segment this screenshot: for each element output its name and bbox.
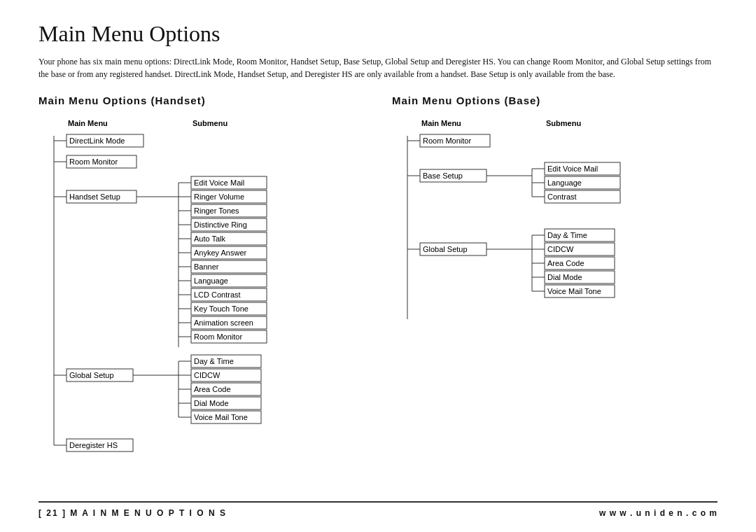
svg-text:Base Setup: Base Setup bbox=[423, 172, 463, 180]
svg-text:Handset Setup: Handset Setup bbox=[69, 192, 120, 201]
svg-text:Contrast: Contrast bbox=[547, 192, 577, 201]
svg-text:Banner: Banner bbox=[194, 262, 219, 271]
svg-text:Voice Mail Tone: Voice Mail Tone bbox=[547, 287, 601, 295]
svg-text:Key Touch Tone: Key Touch Tone bbox=[194, 304, 248, 313]
svg-text:Animation screen: Animation screen bbox=[194, 318, 253, 327]
intro-text: Your phone has six main menu options: Di… bbox=[38, 55, 718, 80]
footer-right: w w w . u n i d e n . c o m bbox=[599, 508, 718, 518]
page: Main Menu Options Your phone has six mai… bbox=[0, 0, 756, 532]
svg-text:Main Menu: Main Menu bbox=[68, 119, 108, 127]
svg-text:Room Monitor: Room Monitor bbox=[423, 136, 471, 145]
handset-column: Main Menu Options (Handset) Main Menu Su… bbox=[38, 94, 364, 494]
svg-text:CIDCW: CIDCW bbox=[194, 371, 220, 379]
base-tree-svg: Main Menu Submenu Room Monitor Base Setu… bbox=[392, 116, 686, 368]
svg-text:Dial Mode: Dial Mode bbox=[194, 399, 229, 407]
svg-text:Distinctive Ring: Distinctive Ring bbox=[194, 220, 247, 229]
svg-text:Auto Talk: Auto Talk bbox=[194, 234, 226, 243]
svg-text:Language: Language bbox=[194, 276, 228, 285]
handset-section-title: Main Menu Options (Handset) bbox=[38, 94, 364, 106]
handset-diagram: Main Menu Submenu DirectLink Mode Room M… bbox=[38, 116, 364, 480]
svg-text:Submenu: Submenu bbox=[546, 119, 581, 127]
svg-text:LCD Contrast: LCD Contrast bbox=[194, 290, 241, 299]
svg-text:Submenu: Submenu bbox=[192, 119, 227, 127]
svg-text:Voice Mail Tone: Voice Mail Tone bbox=[194, 413, 248, 421]
footer-left: [ 21 ] M A I N M E N U O P T I O N S bbox=[38, 508, 227, 518]
svg-text:Room Monitor: Room Monitor bbox=[69, 158, 118, 166]
svg-text:Anykey Answer: Anykey Answer bbox=[194, 248, 247, 257]
svg-text:Main Menu: Main Menu bbox=[421, 119, 461, 127]
svg-text:Language: Language bbox=[547, 178, 582, 187]
footer: [ 21 ] M A I N M E N U O P T I O N S w w… bbox=[38, 501, 718, 518]
svg-text:Edit Voice Mail: Edit Voice Mail bbox=[547, 164, 598, 173]
svg-text:Ringer Tones: Ringer Tones bbox=[194, 206, 239, 215]
svg-text:Area Code: Area Code bbox=[194, 385, 231, 393]
svg-text:DirectLink Mode: DirectLink Mode bbox=[69, 136, 125, 145]
svg-text:CIDCW: CIDCW bbox=[547, 245, 574, 253]
base-column: Main Menu Options (Base) Main Menu Subme… bbox=[392, 94, 718, 494]
columns: Main Menu Options (Handset) Main Menu Su… bbox=[38, 94, 718, 494]
svg-text:Day & Time: Day & Time bbox=[547, 231, 587, 239]
page-title: Main Menu Options bbox=[38, 21, 718, 47]
svg-text:Edit Voice Mail: Edit Voice Mail bbox=[194, 178, 244, 187]
base-diagram: Main Menu Submenu Room Monitor Base Setu… bbox=[392, 116, 718, 368]
svg-text:Global Setup: Global Setup bbox=[423, 245, 468, 253]
svg-text:Room Monitor: Room Monitor bbox=[194, 332, 242, 341]
svg-text:Area Code: Area Code bbox=[547, 259, 584, 267]
svg-text:Ringer Volume: Ringer Volume bbox=[194, 192, 244, 201]
svg-text:Deregister HS: Deregister HS bbox=[69, 441, 118, 449]
svg-text:Day & Time: Day & Time bbox=[194, 357, 234, 365]
handset-tree-svg: Main Menu Submenu DirectLink Mode Room M… bbox=[38, 116, 360, 480]
svg-text:Global Setup: Global Setup bbox=[69, 371, 114, 379]
base-section-title: Main Menu Options (Base) bbox=[392, 94, 718, 106]
svg-text:Dial Mode: Dial Mode bbox=[547, 273, 582, 281]
